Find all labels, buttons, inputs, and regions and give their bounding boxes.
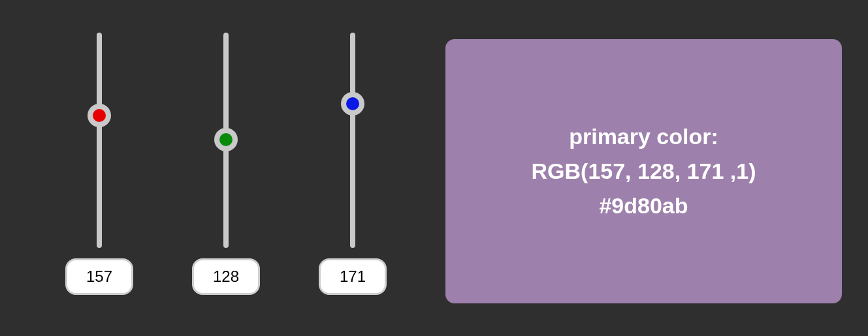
slider-blue-value[interactable]: 171 <box>319 258 387 295</box>
slider-blue-thumb[interactable] <box>341 92 364 115</box>
swatch-rgb: RGB(157, 128, 171 ,1) <box>532 154 756 189</box>
slider-green-thumb[interactable] <box>214 128 238 151</box>
slider-red-track[interactable] <box>86 33 112 248</box>
swatch-title: primary color: <box>569 119 718 154</box>
slider-green-value[interactable]: 128 <box>192 258 260 295</box>
swatch-hex: #9d80ab <box>599 189 688 223</box>
slider-group: 157 128 171 <box>65 33 387 295</box>
slider-blue-track[interactable] <box>340 33 366 248</box>
slider-red-value[interactable]: 157 <box>65 258 133 295</box>
circle-icon <box>93 109 106 122</box>
slider-red: 157 <box>65 33 133 295</box>
circle-icon <box>346 97 359 110</box>
slider-red-thumb[interactable] <box>88 104 111 127</box>
slider-blue: 171 <box>319 33 387 295</box>
color-swatch: primary color: RGB(157, 128, 171 ,1) #9d… <box>445 39 842 303</box>
circle-icon <box>219 133 233 146</box>
slider-green: 128 <box>192 33 260 295</box>
slider-green-track[interactable] <box>213 33 239 248</box>
